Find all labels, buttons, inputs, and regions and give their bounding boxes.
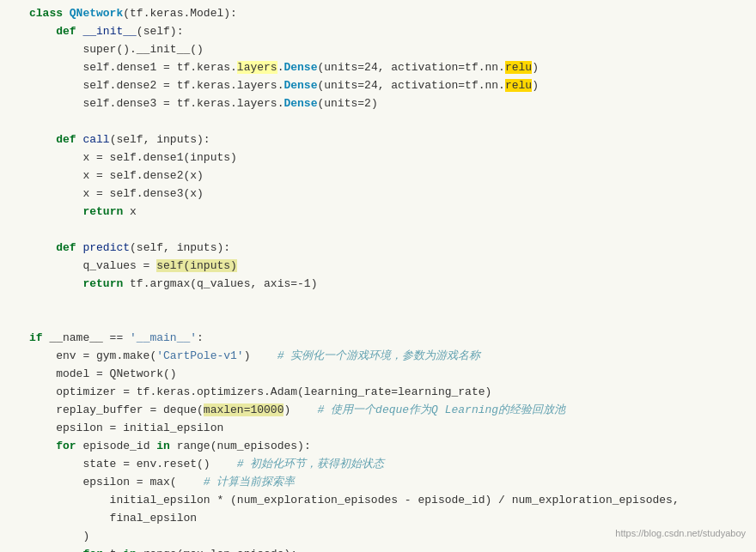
line-content: [26, 221, 756, 240]
code-line: if __name__ == '__main__':: [0, 330, 756, 348]
line-content: x = self.dense1(inputs): [26, 149, 756, 167]
code-line: [0, 113, 756, 131]
line-content: final_epsilon: [26, 510, 756, 528]
code-line: model = QNetwork(): [0, 366, 756, 384]
line-content: optimizer = tf.keras.optimizers.Adam(lea…: [26, 384, 756, 402]
line-content: def predict(self, inputs):: [26, 240, 756, 258]
code-line: def call(self, inputs):: [0, 131, 756, 149]
line-content: env = gym.make('CartPole-v1') # 实例化一个游戏环…: [26, 348, 756, 366]
code-line: for episode_id in range(num_episodes):: [0, 438, 756, 456]
line-content: def call(self, inputs):: [26, 131, 756, 149]
line-content: self.dense2 = tf.keras.layers.Dense(unit…: [26, 77, 756, 95]
code-line: state = env.reset() # 初始化环节，获得初始状态: [0, 456, 756, 474]
line-content: def __init__(self):: [26, 23, 756, 41]
line-content: epsilon = initial_epsilon: [26, 420, 756, 438]
code-line: x = self.dense1(inputs): [0, 149, 756, 167]
line-content: if __name__ == '__main__':: [26, 330, 756, 348]
code-line: replay_buffer = deque(maxlen=10000) # 使用…: [0, 402, 756, 420]
code-line: x = self.dense3(x): [0, 185, 756, 203]
line-content: q_values = self(inputs): [26, 258, 756, 276]
code-line: [0, 312, 756, 330]
code-line: def predict(self, inputs):: [0, 240, 756, 258]
code-line: [0, 294, 756, 312]
line-content: state = env.reset() # 初始化环节，获得初始状态: [26, 456, 756, 474]
line-content: for episode_id in range(num_episodes):: [26, 438, 756, 456]
code-line: self.dense3 = tf.keras.layers.Dense(unit…: [0, 95, 756, 113]
line-content: model = QNetwork(): [26, 366, 756, 384]
code-line: return x: [0, 203, 756, 221]
line-content: return x: [26, 203, 756, 221]
code-line: class QNetwork(tf.keras.Model):: [0, 5, 756, 23]
line-content: return tf.argmax(q_values, axis=-1): [26, 276, 756, 294]
code-line: epsilon = initial_epsilon: [0, 420, 756, 438]
code-line: def __init__(self):: [0, 23, 756, 41]
code-line: optimizer = tf.keras.optimizers.Adam(lea…: [0, 384, 756, 402]
line-content: x = self.dense3(x): [26, 185, 756, 203]
line-content: [26, 294, 756, 312]
code-line: q_values = self(inputs): [0, 258, 756, 276]
line-content: initial_epsilon * (num_exploration_episo…: [26, 492, 756, 510]
code-line: super().__init__(): [0, 41, 756, 59]
line-content: x = self.dense2(x): [26, 167, 756, 185]
code-line: for t in range(max_len_episode):: [0, 546, 756, 552]
code-line: self.dense1 = tf.keras.layers.Dense(unit…: [0, 59, 756, 77]
code-line: return tf.argmax(q_values, axis=-1): [0, 276, 756, 294]
code-line: [0, 221, 756, 240]
code-line: initial_epsilon * (num_exploration_episo…: [0, 492, 756, 510]
watermark: https://blog.csdn.net/studyaboy: [615, 526, 746, 542]
line-content: super().__init__(): [26, 41, 756, 59]
line-content: class QNetwork(tf.keras.Model):: [26, 5, 756, 23]
line-content: self.dense1 = tf.keras.layers.Dense(unit…: [26, 59, 756, 77]
code-line: final_epsilon: [0, 510, 756, 528]
line-content: replay_buffer = deque(maxlen=10000) # 使用…: [26, 402, 756, 420]
code-line: self.dense2 = tf.keras.layers.Dense(unit…: [0, 77, 756, 95]
code-line: env = gym.make('CartPole-v1') # 实例化一个游戏环…: [0, 348, 756, 366]
code-editor: class QNetwork(tf.keras.Model): def __in…: [0, 0, 756, 552]
code-line: epsilon = max( # 计算当前探索率: [0, 474, 756, 492]
line-content: self.dense3 = tf.keras.layers.Dense(unit…: [26, 95, 756, 113]
line-content: [26, 113, 756, 131]
line-content: epsilon = max( # 计算当前探索率: [26, 474, 756, 492]
line-content: for t in range(max_len_episode):: [26, 546, 756, 552]
code-line: x = self.dense2(x): [0, 167, 756, 185]
line-content: [26, 312, 756, 330]
